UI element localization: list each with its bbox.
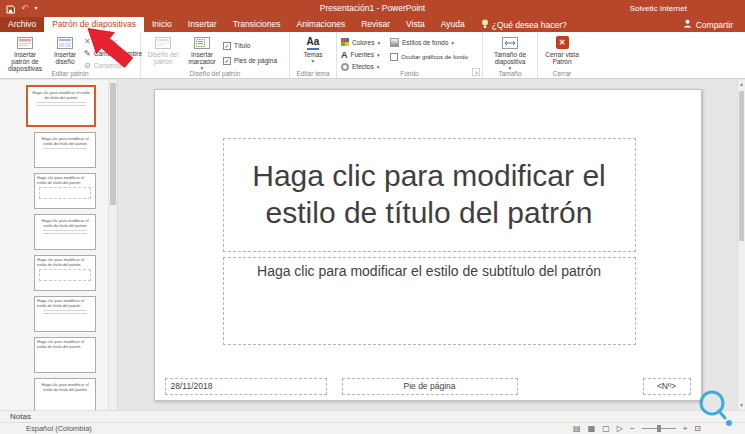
group-name-editar-tema: Editar tema <box>290 70 336 77</box>
chevron-down-icon: ▾ <box>451 40 454 46</box>
slide-size-label: Tamaño de diapositiva <box>487 51 533 65</box>
workspace: Haga clic para modificar el estilo de tí… <box>0 80 745 410</box>
thumbnail-layout-2[interactable]: Haga clic para modificar el estilo de tí… <box>34 173 96 209</box>
thumbnail-layout-3[interactable]: Haga clic para modificar el estilo de tí… <box>34 214 96 250</box>
zoom-in-icon[interactable]: + <box>683 424 688 433</box>
thumbnail-scrollbar[interactable] <box>108 80 118 410</box>
chevron-down-icon: ▾ <box>377 40 380 46</box>
scroll-up-icon[interactable]: ▲ <box>738 80 745 89</box>
dialog-launcher-icon[interactable]: ↘ <box>472 68 480 76</box>
group-name-cerrar: Cerrar <box>538 70 586 77</box>
main-scrollbar[interactable]: ▲ ▼ <box>737 80 745 410</box>
thumbnail-layout-6[interactable]: Haga clic para modificar el estilo de tí… <box>34 337 96 373</box>
scroll-down-icon[interactable]: ▼ <box>738 401 745 410</box>
tab-animaciones[interactable]: Animaciones <box>289 17 354 32</box>
thumbnail-line <box>43 313 87 314</box>
themes-button[interactable]: Aa Temas ▾ <box>294 34 332 64</box>
thumbnail-line <box>36 102 86 103</box>
slide-layout-icon <box>57 35 73 50</box>
palette-icon <box>341 38 349 47</box>
thumbnail-layout-5[interactable]: Haga clic para modificar el estilo de tí… <box>34 296 96 332</box>
group-editar-tema: Aa Temas ▾ Editar tema <box>290 32 337 78</box>
slide-number-text: <Nº> <box>657 381 676 391</box>
subtitle-placeholder-text: Haga clic para modificar el estilo de su… <box>257 263 601 279</box>
thumbnail-line <box>43 233 87 234</box>
status-bar: Español (Colombia) ▤ ▦ ▢ ▷ − + ⊡ <box>0 422 745 434</box>
checkbox-checked-icon: ✓ <box>223 57 231 65</box>
title-bar: ↶ ▾ Presentación1 - PowerPoint Solvetic … <box>0 0 745 17</box>
thumbnail-scrollbar-thumb[interactable] <box>110 83 116 205</box>
title-checkbox[interactable]: ✓ Título <box>223 41 285 50</box>
notes-toggle-bar[interactable]: Notas <box>0 410 745 422</box>
share-label: Compartir <box>696 20 733 30</box>
thumbnail-master-selected[interactable]: Haga clic para modificar el estilo de tí… <box>26 85 96 127</box>
thumbnail-layout-1[interactable]: Haga clic para modificar el estilo de tí… <box>34 132 96 168</box>
date-text: 28/11/2018 <box>171 381 213 391</box>
chevron-down-icon: ▾ <box>377 52 380 58</box>
insert-layout-button[interactable]: Insertar diseño <box>49 34 81 65</box>
thumbnail-line <box>43 148 87 149</box>
footer-text: Pie de página <box>404 381 456 391</box>
hide-background-label: Ocultar gráficos de fondo <box>401 54 468 60</box>
thumbnail-content-box <box>39 187 91 199</box>
tab-archivo[interactable]: Archivo <box>0 17 44 32</box>
zoom-slider-knob[interactable] <box>657 425 661 432</box>
tab-vista[interactable]: Vista <box>398 17 433 32</box>
solvetic-watermark-logo <box>697 388 735 432</box>
tell-me-search[interactable]: ¿Qué desea hacer? <box>473 17 575 32</box>
background-styles-button[interactable]: Estilos de fondo ▾ <box>390 38 478 47</box>
slide-thumbnail-panel: Haga clic para modificar el estilo de tí… <box>0 80 108 410</box>
tab-inicio[interactable]: Inicio <box>144 17 180 32</box>
slide-size-button[interactable]: Tamaño de diapositiva ▾ <box>487 34 533 71</box>
date-placeholder[interactable]: 28/11/2018 <box>165 378 327 395</box>
effects-label: Efectos <box>352 63 374 70</box>
title-placeholder[interactable]: Haga clic para modificar el estilo de tí… <box>223 138 636 252</box>
share-button[interactable]: Compartir <box>683 17 745 32</box>
master-layout-icon <box>155 35 171 50</box>
tab-transiciones[interactable]: Transiciones <box>225 17 289 32</box>
fonts-button[interactable]: A Fuentes ▾ <box>341 50 387 59</box>
insert-placeholder-button[interactable]: Insertar marcador ▾ <box>184 34 220 71</box>
master-layout-button[interactable]: Diseño del patrón <box>145 34 181 65</box>
slide-canvas: Haga clic para modificar el estilo de tí… <box>118 80 737 410</box>
account-name[interactable]: Solvetic Internet <box>630 0 687 17</box>
colors-button[interactable]: Colores ▾ <box>341 38 387 47</box>
group-name-diseno-del-patron: Diseño del patrón <box>141 70 289 77</box>
background-styles-label: Estilos de fondo <box>402 39 448 46</box>
thumbnail-layout-7[interactable]: Haga clic para modificar el estilo de tí… <box>34 378 96 410</box>
hide-background-checkbox[interactable]: Ocultar gráficos de fondo <box>390 52 478 61</box>
zoom-out-icon[interactable]: − <box>630 424 635 433</box>
lightbulb-icon <box>481 19 489 31</box>
footer-placeholder[interactable]: Pie de página <box>342 378 518 395</box>
subtitle-placeholder[interactable]: Haga clic para modificar el estilo de su… <box>223 257 636 345</box>
reading-view-icon[interactable]: ▢ <box>602 424 610 433</box>
chevron-down-icon: ▾ <box>312 58 315 64</box>
tab-revisar[interactable]: Revisar <box>353 17 398 32</box>
close-master-view-label: Cerrar vista Patrón <box>542 51 582 65</box>
thumbnail-text: Haga clic para modificar el estilo de tí… <box>35 256 95 267</box>
thumbnail-line <box>43 230 87 231</box>
main-scrollbar-thumb[interactable] <box>739 91 744 241</box>
tab-insertar[interactable]: Insertar <box>180 17 225 32</box>
insert-slide-master-button[interactable]: Insertar patrón de diapositivas <box>4 34 46 72</box>
notes-label: Notas <box>10 412 31 421</box>
thumbnail-line <box>36 105 86 106</box>
language-indicator[interactable]: Español (Colombia) <box>0 424 92 433</box>
zoom-slider[interactable] <box>642 428 676 429</box>
close-master-view-button[interactable]: ✕ Cerrar vista Patrón <box>542 34 582 65</box>
slide-sorter-view-icon[interactable]: ▦ <box>588 424 596 433</box>
group-tamano: Tamaño de diapositiva ▾ Tamaño <box>483 32 538 78</box>
slide-number-placeholder[interactable]: <Nº> <box>643 378 691 395</box>
thumbnail-layout-4[interactable]: Haga clic para modificar el estilo de tí… <box>34 255 96 291</box>
slide-editing-surface[interactable]: Haga clic para modificar el estilo de tí… <box>154 89 702 401</box>
insert-placeholder-label: Insertar marcador <box>184 51 220 65</box>
footers-checkbox[interactable]: ✓ Pies de página <box>223 56 285 65</box>
thumbnail-line <box>43 310 87 311</box>
font-icon: A <box>341 50 348 60</box>
group-diseno-del-patron: Diseño del patrón Insertar marcador ▾ ✓ … <box>141 32 290 78</box>
slideshow-icon[interactable]: ▷ <box>617 424 623 433</box>
tab-ayuda[interactable]: Ayuda <box>433 17 473 32</box>
checkbox-checked-icon: ✓ <box>223 42 231 50</box>
normal-view-icon[interactable]: ▤ <box>573 424 581 433</box>
group-name-fondo: Fondo <box>337 70 482 77</box>
